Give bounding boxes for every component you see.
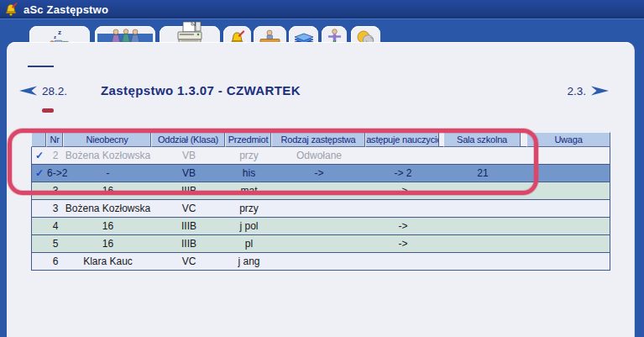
header-uwaga[interactable]: Uwaga [526, 132, 610, 147]
cell-nr: 6 [47, 253, 64, 270]
cell-nieobecny: 16 [64, 182, 152, 199]
window-title: aSc Zastępstwo [24, 3, 108, 16]
row-check-mark: ✓ [32, 165, 47, 182]
cell-zastepuje [366, 253, 440, 270]
row-check-mark [32, 182, 47, 199]
cell-nieobecny: 16 [64, 218, 152, 234]
cell-sala [444, 147, 521, 164]
cell-rodzaj [272, 200, 366, 217]
cell-nr: 5 [47, 235, 64, 252]
cell-sala [444, 218, 521, 234]
table-row[interactable]: 3 Bożena Kozłowska VC przy [31, 199, 610, 218]
table-row[interactable]: 3 16 IIIB mat -> [31, 182, 610, 200]
row-check-mark: ✓ [32, 147, 47, 164]
cell-gap [521, 200, 527, 217]
cell-uwaga [527, 235, 611, 252]
header-zastepuje[interactable]: Zastępuje nauczyciel [365, 132, 439, 147]
cell-przedmiot: j pol [226, 218, 272, 234]
cell-przedmiot: przy [226, 147, 272, 164]
cell-uwaga [527, 182, 611, 199]
cell-przedmiot: mat [226, 182, 272, 199]
cell-uwaga [527, 253, 611, 270]
cell-oddzial: VB [152, 165, 226, 182]
row-check-mark [32, 235, 47, 252]
main-panel: 28.2. Zastępstwo 1.3.07 - CZWARTEK 2.3. … [7, 42, 634, 337]
cell-przedmiot: pl [226, 235, 272, 252]
arrow-left-icon [18, 84, 38, 97]
cell-nr: 6->2 [47, 165, 64, 182]
cell-zastepuje [366, 147, 440, 164]
decorative-line [28, 66, 54, 67]
header-check[interactable] [31, 132, 46, 147]
cell-przedmiot: j ang [226, 253, 272, 270]
arrow-right-icon [590, 84, 610, 97]
table-row[interactable]: ✓ 6->2 - VB his -> -> 2 21 [31, 164, 610, 182]
table-row[interactable]: 6 Klara Kauc VC j ang [31, 252, 610, 271]
table-header: Nr Nieobecny Oddział (Klasa) Przedmiot R… [31, 132, 610, 147]
page-title: Zastępstwo 1.3.07 - CZWARTEK [101, 83, 301, 97]
cell-oddzial: IIIB [152, 182, 226, 199]
header-rodzaj[interactable]: Rodzaj zastępstwa [271, 132, 365, 147]
cell-nieobecny: Bożena Kozłowska [64, 200, 152, 217]
header-nr[interactable]: Nr [46, 132, 63, 147]
cell-sala [444, 253, 521, 270]
cell-sala [444, 200, 521, 217]
cell-uwaga [527, 218, 611, 234]
cell-nieobecny: Klara Kauc [64, 253, 152, 270]
cell-nr: 3 [47, 182, 64, 199]
substitution-table: Nr Nieobecny Oddział (Klasa) Przedmiot R… [31, 132, 610, 271]
cell-gap [521, 165, 527, 182]
cell-oddzial: IIIB [152, 235, 226, 252]
cell-nr: 3 [47, 200, 64, 217]
prev-day-button[interactable]: 28.2. [18, 84, 67, 97]
cell-zastepuje: -> [366, 218, 440, 234]
cell-zastepuje [366, 200, 440, 217]
cell-nieobecny: Bożena Kozłowska [64, 147, 152, 164]
table-row[interactable]: 4 16 IIIB j pol -> [31, 217, 610, 235]
cell-nieobecny: - [64, 165, 152, 182]
header-oddzial[interactable]: Oddział (Klasa) [151, 132, 225, 147]
app-window: aSc Zastępstwo z z [0, 0, 644, 337]
cell-gap [521, 253, 527, 270]
cell-sala [444, 182, 521, 199]
cell-nr: 2 [47, 147, 64, 164]
cell-oddzial: VC [152, 253, 226, 270]
next-date-label: 2.3. [567, 85, 586, 97]
cell-sala [444, 235, 521, 252]
red-dash-marker [42, 108, 54, 113]
table-body: ✓ 2 Bożena Kozłowska VB przy Odwołane ✓ … [31, 146, 610, 271]
cell-zastepuje: -> [366, 235, 440, 252]
prev-date-label: 28.2. [42, 85, 67, 97]
table-row[interactable]: 5 16 IIIB pl -> [31, 234, 610, 253]
next-day-button[interactable]: 2.3. [567, 84, 610, 97]
cell-rodzaj [272, 235, 366, 252]
cell-oddzial: VC [152, 200, 226, 217]
svg-text:z: z [58, 29, 61, 36]
row-check-mark [32, 218, 47, 234]
title-bar: aSc Zastępstwo [0, 0, 644, 18]
cell-nr: 4 [47, 218, 64, 234]
cell-oddzial: VB [152, 147, 226, 164]
cell-nieobecny: 16 [64, 235, 152, 252]
header-gap [521, 132, 526, 147]
cell-zastepuje: -> [366, 182, 440, 199]
cell-przedmiot: przy [226, 200, 272, 217]
cell-rodzaj: -> [272, 165, 366, 182]
cell-gap [521, 218, 527, 234]
header-przedmiot[interactable]: Przedmiot [225, 132, 271, 147]
row-check-mark [32, 200, 47, 217]
cell-rodzaj [272, 182, 366, 199]
cell-oddzial: IIIB [152, 218, 226, 234]
cell-gap [521, 235, 527, 252]
svg-text:z: z [54, 34, 56, 39]
header-sala[interactable]: Sala szkolna [443, 132, 521, 147]
row-check-mark [32, 253, 47, 270]
cell-rodzaj [272, 218, 366, 234]
header-nieobecny[interactable]: Nieobecny [63, 132, 151, 147]
cell-gap [521, 147, 527, 164]
cell-rodzaj: Odwołane [272, 147, 366, 164]
cell-uwaga [527, 200, 611, 217]
cell-zastepuje: -> 2 [366, 165, 440, 182]
cell-rodzaj [272, 253, 366, 270]
table-row[interactable]: ✓ 2 Bożena Kozłowska VB przy Odwołane [31, 146, 610, 165]
